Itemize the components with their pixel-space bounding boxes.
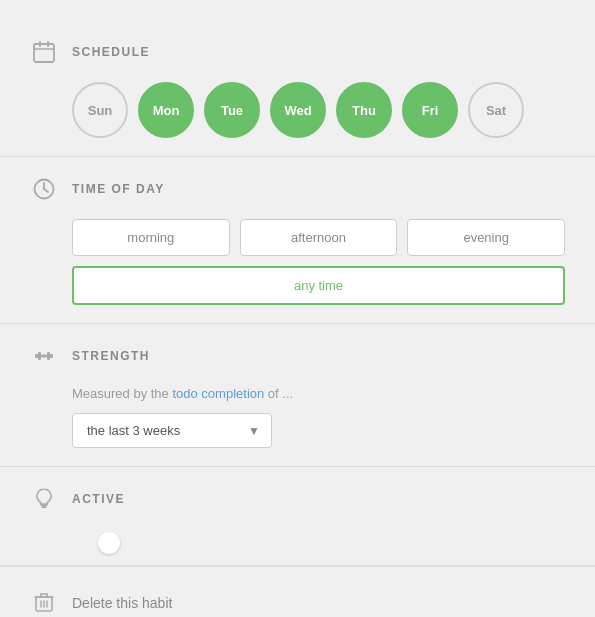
strength-body: Measured by the todo completion of ... t… [72, 386, 565, 448]
svg-rect-0 [34, 44, 54, 62]
schedule-header: SCHEDULE [30, 38, 565, 66]
svg-rect-8 [50, 354, 53, 358]
day-button-sat[interactable]: Sat [468, 82, 524, 138]
strength-icon [30, 342, 58, 370]
day-button-fri[interactable]: Fri [402, 82, 458, 138]
active-header: ACTIVE [30, 485, 565, 513]
settings-container: SCHEDULE SunMonTueWedThuFriSat TIME OF D… [0, 0, 595, 617]
day-button-sun[interactable]: Sun [72, 82, 128, 138]
active-title: ACTIVE [72, 492, 125, 506]
schedule-section: SCHEDULE SunMonTueWedThuFriSat [0, 20, 595, 157]
afternoon-button[interactable]: afternoon [240, 219, 398, 256]
morning-button[interactable]: morning [72, 219, 230, 256]
time-of-day-section: TIME OF DAY morning afternoon evening an… [0, 157, 595, 324]
svg-rect-12 [41, 504, 48, 506]
time-title: TIME OF DAY [72, 182, 165, 196]
active-body [72, 529, 565, 547]
strength-title: STRENGTH [72, 349, 150, 363]
strength-section: STRENGTH Measured by the todo completion… [0, 324, 595, 467]
active-section: ACTIVE [0, 467, 595, 566]
delete-section[interactable]: Delete this habit [0, 566, 595, 617]
day-button-tue[interactable]: Tue [204, 82, 260, 138]
day-button-mon[interactable]: Mon [138, 82, 194, 138]
calendar-icon [30, 38, 58, 66]
delete-label: Delete this habit [72, 595, 172, 611]
time-options: morning afternoon evening any time [72, 219, 565, 305]
strength-description: Measured by the todo completion of ... [72, 386, 565, 401]
strength-select[interactable]: the last weekthe last 2 weeksthe last 3 … [72, 413, 272, 448]
strength-select-wrapper: the last weekthe last 2 weeksthe last 3 … [72, 413, 272, 448]
strength-header: STRENGTH [30, 342, 565, 370]
svg-rect-13 [42, 506, 47, 508]
schedule-title: SCHEDULE [72, 45, 150, 59]
day-button-wed[interactable]: Wed [270, 82, 326, 138]
svg-rect-10 [47, 352, 50, 360]
svg-line-6 [44, 189, 48, 192]
svg-rect-9 [38, 352, 41, 360]
todo-completion-link[interactable]: todo completion [172, 386, 264, 401]
evening-button[interactable]: evening [407, 219, 565, 256]
days-row: SunMonTueWedThuFriSat [72, 82, 565, 138]
day-button-thu[interactable]: Thu [336, 82, 392, 138]
bulb-icon [30, 485, 58, 513]
trash-icon [30, 589, 58, 617]
svg-rect-11 [41, 355, 47, 358]
clock-icon [30, 175, 58, 203]
time-row-top: morning afternoon evening [72, 219, 565, 256]
any-time-button[interactable]: any time [72, 266, 565, 305]
svg-rect-7 [35, 354, 38, 358]
time-header: TIME OF DAY [30, 175, 565, 203]
